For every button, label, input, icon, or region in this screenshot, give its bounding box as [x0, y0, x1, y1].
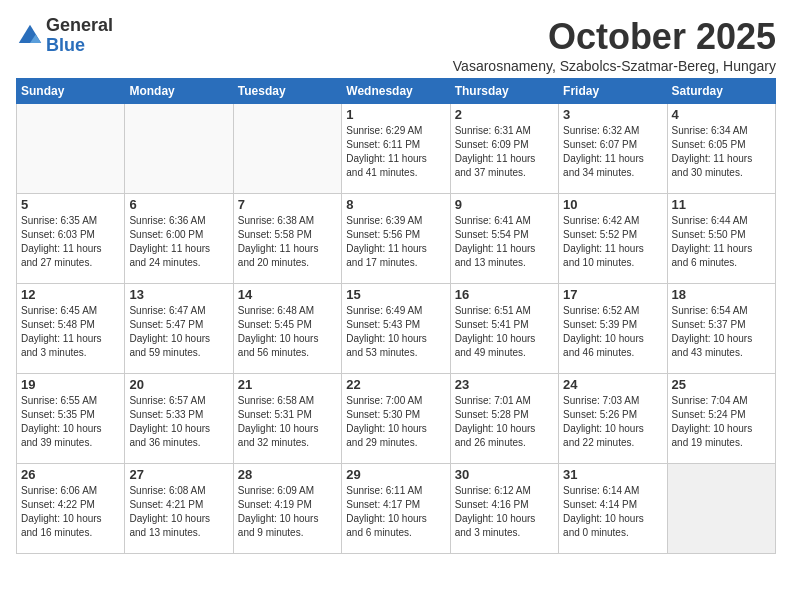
- cell-content: Sunrise: 6:55 AMSunset: 5:35 PMDaylight:…: [21, 394, 120, 450]
- day-number: 14: [238, 287, 337, 302]
- calendar-cell: 14Sunrise: 6:48 AMSunset: 5:45 PMDayligh…: [233, 284, 341, 374]
- calendar-cell: 30Sunrise: 6:12 AMSunset: 4:16 PMDayligh…: [450, 464, 558, 554]
- calendar-cell: [233, 104, 341, 194]
- calendar-cell: 6Sunrise: 6:36 AMSunset: 6:00 PMDaylight…: [125, 194, 233, 284]
- calendar-cell: 9Sunrise: 6:41 AMSunset: 5:54 PMDaylight…: [450, 194, 558, 284]
- week-row-2: 5Sunrise: 6:35 AMSunset: 6:03 PMDaylight…: [17, 194, 776, 284]
- calendar-cell: 28Sunrise: 6:09 AMSunset: 4:19 PMDayligh…: [233, 464, 341, 554]
- calendar-cell: 17Sunrise: 6:52 AMSunset: 5:39 PMDayligh…: [559, 284, 667, 374]
- day-number: 11: [672, 197, 771, 212]
- day-number: 1: [346, 107, 445, 122]
- cell-content: Sunrise: 6:38 AMSunset: 5:58 PMDaylight:…: [238, 214, 337, 270]
- cell-content: Sunrise: 6:06 AMSunset: 4:22 PMDaylight:…: [21, 484, 120, 540]
- day-number: 4: [672, 107, 771, 122]
- calendar-cell: 8Sunrise: 6:39 AMSunset: 5:56 PMDaylight…: [342, 194, 450, 284]
- week-row-4: 19Sunrise: 6:55 AMSunset: 5:35 PMDayligh…: [17, 374, 776, 464]
- header-row: SundayMondayTuesdayWednesdayThursdayFrid…: [17, 79, 776, 104]
- calendar-cell: 27Sunrise: 6:08 AMSunset: 4:21 PMDayligh…: [125, 464, 233, 554]
- week-row-3: 12Sunrise: 6:45 AMSunset: 5:48 PMDayligh…: [17, 284, 776, 374]
- day-number: 10: [563, 197, 662, 212]
- calendar-cell: 25Sunrise: 7:04 AMSunset: 5:24 PMDayligh…: [667, 374, 775, 464]
- calendar-cell: 7Sunrise: 6:38 AMSunset: 5:58 PMDaylight…: [233, 194, 341, 284]
- header-cell-monday: Monday: [125, 79, 233, 104]
- header-cell-friday: Friday: [559, 79, 667, 104]
- cell-content: Sunrise: 6:09 AMSunset: 4:19 PMDaylight:…: [238, 484, 337, 540]
- calendar-cell: 29Sunrise: 6:11 AMSunset: 4:17 PMDayligh…: [342, 464, 450, 554]
- day-number: 21: [238, 377, 337, 392]
- day-number: 24: [563, 377, 662, 392]
- cell-content: Sunrise: 6:36 AMSunset: 6:00 PMDaylight:…: [129, 214, 228, 270]
- calendar-cell: [667, 464, 775, 554]
- cell-content: Sunrise: 6:57 AMSunset: 5:33 PMDaylight:…: [129, 394, 228, 450]
- day-number: 16: [455, 287, 554, 302]
- cell-content: Sunrise: 6:39 AMSunset: 5:56 PMDaylight:…: [346, 214, 445, 270]
- day-number: 5: [21, 197, 120, 212]
- cell-content: Sunrise: 6:49 AMSunset: 5:43 PMDaylight:…: [346, 304, 445, 360]
- cell-content: Sunrise: 6:52 AMSunset: 5:39 PMDaylight:…: [563, 304, 662, 360]
- day-number: 15: [346, 287, 445, 302]
- calendar-cell: 18Sunrise: 6:54 AMSunset: 5:37 PMDayligh…: [667, 284, 775, 374]
- cell-content: Sunrise: 6:29 AMSunset: 6:11 PMDaylight:…: [346, 124, 445, 180]
- cell-content: Sunrise: 6:54 AMSunset: 5:37 PMDaylight:…: [672, 304, 771, 360]
- day-number: 3: [563, 107, 662, 122]
- day-number: 13: [129, 287, 228, 302]
- day-number: 17: [563, 287, 662, 302]
- calendar-cell: 19Sunrise: 6:55 AMSunset: 5:35 PMDayligh…: [17, 374, 125, 464]
- logo-general: General: [46, 16, 113, 36]
- day-number: 31: [563, 467, 662, 482]
- calendar-table: SundayMondayTuesdayWednesdayThursdayFrid…: [16, 78, 776, 554]
- cell-content: Sunrise: 6:08 AMSunset: 4:21 PMDaylight:…: [129, 484, 228, 540]
- day-number: 6: [129, 197, 228, 212]
- cell-content: Sunrise: 7:00 AMSunset: 5:30 PMDaylight:…: [346, 394, 445, 450]
- day-number: 8: [346, 197, 445, 212]
- logo-text: General Blue: [46, 16, 113, 56]
- calendar-cell: 24Sunrise: 7:03 AMSunset: 5:26 PMDayligh…: [559, 374, 667, 464]
- header-cell-tuesday: Tuesday: [233, 79, 341, 104]
- calendar-cell: 12Sunrise: 6:45 AMSunset: 5:48 PMDayligh…: [17, 284, 125, 374]
- cell-content: Sunrise: 6:11 AMSunset: 4:17 PMDaylight:…: [346, 484, 445, 540]
- cell-content: Sunrise: 6:14 AMSunset: 4:14 PMDaylight:…: [563, 484, 662, 540]
- calendar-cell: 16Sunrise: 6:51 AMSunset: 5:41 PMDayligh…: [450, 284, 558, 374]
- cell-content: Sunrise: 7:01 AMSunset: 5:28 PMDaylight:…: [455, 394, 554, 450]
- header-cell-wednesday: Wednesday: [342, 79, 450, 104]
- page-header: General Blue October 2025 Vasarosnameny,…: [16, 16, 776, 74]
- day-number: 20: [129, 377, 228, 392]
- title-area: October 2025 Vasarosnameny, Szabolcs-Sza…: [453, 16, 776, 74]
- header-cell-sunday: Sunday: [17, 79, 125, 104]
- cell-content: Sunrise: 6:32 AMSunset: 6:07 PMDaylight:…: [563, 124, 662, 180]
- calendar-cell: 13Sunrise: 6:47 AMSunset: 5:47 PMDayligh…: [125, 284, 233, 374]
- cell-content: Sunrise: 6:31 AMSunset: 6:09 PMDaylight:…: [455, 124, 554, 180]
- calendar-cell: 31Sunrise: 6:14 AMSunset: 4:14 PMDayligh…: [559, 464, 667, 554]
- day-number: 2: [455, 107, 554, 122]
- cell-content: Sunrise: 6:44 AMSunset: 5:50 PMDaylight:…: [672, 214, 771, 270]
- calendar-cell: 3Sunrise: 6:32 AMSunset: 6:07 PMDaylight…: [559, 104, 667, 194]
- week-row-1: 1Sunrise: 6:29 AMSunset: 6:11 PMDaylight…: [17, 104, 776, 194]
- calendar-cell: 23Sunrise: 7:01 AMSunset: 5:28 PMDayligh…: [450, 374, 558, 464]
- cell-content: Sunrise: 6:51 AMSunset: 5:41 PMDaylight:…: [455, 304, 554, 360]
- header-cell-thursday: Thursday: [450, 79, 558, 104]
- cell-content: Sunrise: 6:35 AMSunset: 6:03 PMDaylight:…: [21, 214, 120, 270]
- cell-content: Sunrise: 7:04 AMSunset: 5:24 PMDaylight:…: [672, 394, 771, 450]
- cell-content: Sunrise: 6:58 AMSunset: 5:31 PMDaylight:…: [238, 394, 337, 450]
- day-number: 25: [672, 377, 771, 392]
- calendar-cell: 26Sunrise: 6:06 AMSunset: 4:22 PMDayligh…: [17, 464, 125, 554]
- cell-content: Sunrise: 6:47 AMSunset: 5:47 PMDaylight:…: [129, 304, 228, 360]
- cell-content: Sunrise: 6:45 AMSunset: 5:48 PMDaylight:…: [21, 304, 120, 360]
- calendar-cell: [17, 104, 125, 194]
- week-row-5: 26Sunrise: 6:06 AMSunset: 4:22 PMDayligh…: [17, 464, 776, 554]
- cell-content: Sunrise: 6:42 AMSunset: 5:52 PMDaylight:…: [563, 214, 662, 270]
- logo-icon: [16, 22, 44, 50]
- cell-content: Sunrise: 6:48 AMSunset: 5:45 PMDaylight:…: [238, 304, 337, 360]
- calendar-cell: 20Sunrise: 6:57 AMSunset: 5:33 PMDayligh…: [125, 374, 233, 464]
- day-number: 12: [21, 287, 120, 302]
- cell-content: Sunrise: 6:12 AMSunset: 4:16 PMDaylight:…: [455, 484, 554, 540]
- calendar-cell: [125, 104, 233, 194]
- day-number: 29: [346, 467, 445, 482]
- day-number: 28: [238, 467, 337, 482]
- day-number: 27: [129, 467, 228, 482]
- calendar-cell: 11Sunrise: 6:44 AMSunset: 5:50 PMDayligh…: [667, 194, 775, 284]
- calendar-cell: 5Sunrise: 6:35 AMSunset: 6:03 PMDaylight…: [17, 194, 125, 284]
- calendar-cell: 21Sunrise: 6:58 AMSunset: 5:31 PMDayligh…: [233, 374, 341, 464]
- calendar-cell: 1Sunrise: 6:29 AMSunset: 6:11 PMDaylight…: [342, 104, 450, 194]
- calendar-cell: 15Sunrise: 6:49 AMSunset: 5:43 PMDayligh…: [342, 284, 450, 374]
